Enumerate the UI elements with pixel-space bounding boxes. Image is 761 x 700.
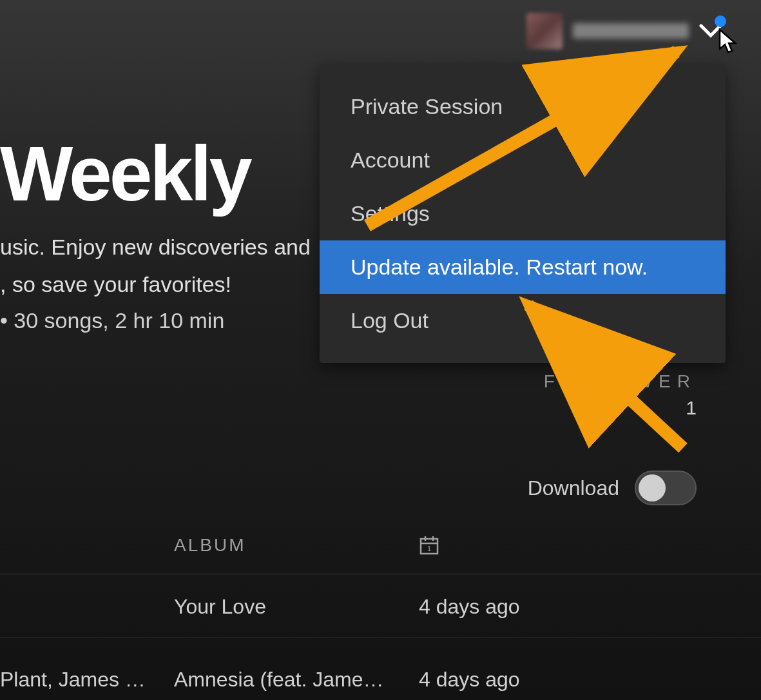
table-row[interactable]: Your Love 4 days ago	[0, 577, 761, 637]
page-title: Weekly	[0, 129, 249, 218]
track-date: 4 days ago	[419, 668, 664, 692]
download-row: Download	[528, 471, 697, 505]
menu-item-private-session[interactable]: Private Session	[320, 80, 726, 133]
follower-count: 1	[544, 397, 697, 419]
table-row[interactable]: Plant, James … Amnesia (feat. Jame… 4 da…	[0, 650, 761, 700]
avatar	[526, 13, 563, 49]
page-meta: • 30 songs, 2 hr 10 min	[0, 308, 224, 333]
subtitle-line2: , so save your favorites!	[0, 272, 231, 297]
track-album: Your Love	[174, 595, 419, 619]
menu-item-update-restart[interactable]: Update available. Restart now.	[320, 240, 726, 294]
column-date[interactable]: 1	[419, 535, 664, 556]
follower-block: FOLLOWER 1	[544, 371, 697, 419]
menu-item-log-out[interactable]: Log Out	[320, 294, 726, 347]
username-blurred	[573, 23, 689, 39]
user-dropdown-menu: Private Session Account Settings Update …	[320, 64, 726, 363]
calendar-icon: 1	[419, 535, 439, 556]
svg-text:1: 1	[427, 545, 431, 552]
subtitle-line1: usic. Enjoy new discoveries and	[0, 235, 311, 259]
user-menu-trigger[interactable]	[526, 13, 722, 49]
column-album[interactable]: ALBUM	[174, 535, 419, 556]
toggle-knob-icon	[639, 474, 666, 501]
track-artist: Plant, James …	[0, 668, 174, 692]
table-header: ALBUM 1	[0, 535, 761, 574]
menu-item-settings[interactable]: Settings	[320, 187, 726, 240]
download-label: Download	[528, 476, 619, 500]
track-album: Amnesia (feat. Jame…	[174, 668, 419, 692]
page-subtitle: usic. Enjoy new discoveries and , so sav…	[0, 229, 311, 304]
menu-item-account[interactable]: Account	[320, 133, 726, 187]
download-toggle[interactable]	[635, 471, 697, 505]
follower-label: FOLLOWER	[544, 371, 697, 392]
notification-dot-icon	[715, 15, 726, 27]
track-date: 4 days ago	[419, 595, 664, 619]
cursor-icon	[717, 27, 740, 58]
